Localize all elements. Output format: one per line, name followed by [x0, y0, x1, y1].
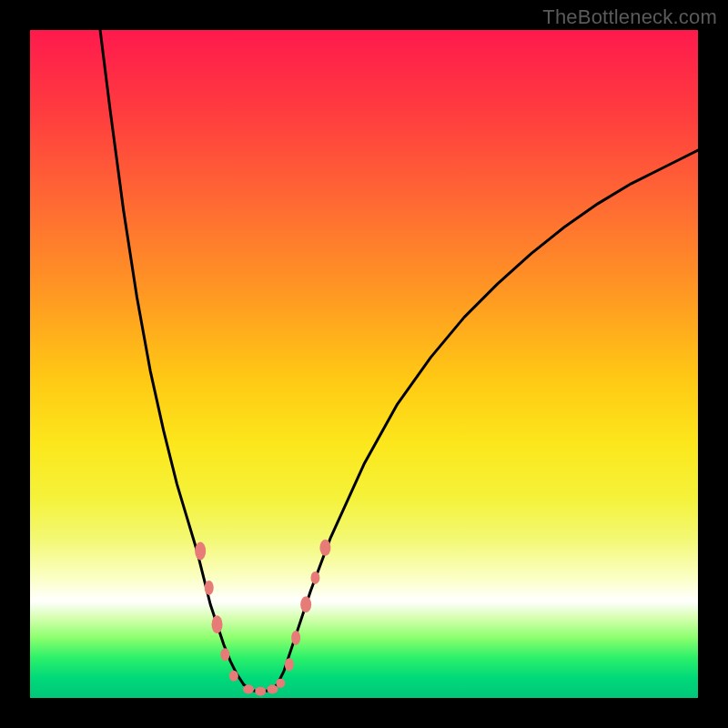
data-marker [310, 571, 319, 584]
data-marker [319, 540, 330, 556]
data-marker [212, 615, 223, 633]
data-marker [243, 684, 254, 693]
data-marker [291, 631, 300, 645]
data-marker [220, 648, 229, 661]
data-marker [267, 684, 278, 693]
curve-left-branch [100, 30, 244, 684]
data-marker [229, 671, 238, 682]
data-marker [195, 542, 206, 561]
data-marker [300, 596, 311, 612]
chart-frame: TheBottleneck.com [0, 0, 728, 728]
chart-svg [30, 30, 698, 698]
plot-area [30, 30, 698, 698]
data-marker [276, 679, 285, 688]
data-marker [285, 658, 294, 671]
watermark-text: TheBottleneck.com [542, 5, 717, 29]
marker-group [195, 540, 330, 696]
curve-group [100, 30, 698, 692]
curve-right-branch [278, 150, 698, 684]
data-marker [255, 687, 266, 696]
data-marker [205, 581, 214, 595]
